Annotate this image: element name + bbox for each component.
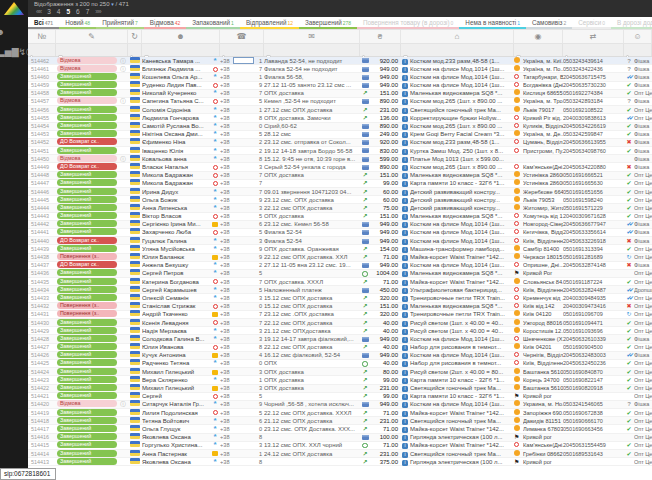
page-number-6[interactable]: 6 [76, 8, 80, 16]
tab-0[interactable]: Всі471 [28, 17, 59, 29]
tracking-cell: 0503242599847 [563, 130, 624, 138]
payment-icon-card [362, 230, 369, 235]
status-info-icon [118, 409, 128, 417]
price-cell: 151.00 [370, 302, 401, 310]
product-column-header[interactable]: ⌂ [401, 30, 514, 43]
phone-last-digit: 5 [255, 409, 264, 417]
page-number-4[interactable]: 4 [57, 8, 61, 16]
address-cell: Кременчук від ... [523, 294, 563, 302]
tab-8[interactable]: Нема в наявності1 [459, 17, 526, 29]
tracking-cell: 0501691598240 [563, 196, 624, 204]
courier-cell [514, 417, 523, 425]
payment-icon-cod: ↗ [362, 107, 367, 113]
comment-cell: Фиалка 52-54 [264, 228, 360, 236]
tracking-status-icon-ok: ✔ [626, 148, 631, 154]
integrations-icon[interactable]: ↯ [19, 47, 27, 57]
tracking-cell: 0501690822147 [563, 376, 624, 384]
client-column-header[interactable]: ☻ [142, 30, 220, 43]
tab-6[interactable]: Завершений278 [299, 17, 357, 29]
phone-masked-cell [233, 327, 255, 335]
order-id-column-header[interactable]: № [28, 30, 56, 43]
product-cell: Детский развивающий констру... [410, 204, 514, 212]
flag-cell [128, 261, 142, 269]
status-cell: Завершений [56, 196, 118, 204]
page-number-7[interactable]: 7 [86, 8, 90, 16]
comment-cell: 22.12 смс ОПХ доставка [264, 319, 360, 327]
tab-1[interactable]: Новий48 [59, 17, 96, 29]
fulfiller-cell: Опт Центр [634, 302, 652, 310]
tab-7[interactable]: Повернення товару (в дорозі)0 [357, 17, 459, 29]
product-icon-cell: i [401, 450, 410, 458]
client-name: Єфименко Ніна [142, 138, 210, 146]
phone-masked-cell [233, 302, 255, 310]
flag-icon-ua [130, 433, 140, 439]
first-page-button[interactable]: «« [36, 8, 41, 16]
tracking-cell: 20450632483003 [563, 351, 624, 359]
tab-2[interactable]: Прийнятий7 [96, 17, 144, 29]
product-info-icon: i [402, 239, 408, 245]
order-row[interactable]: 514413ЗавершенийЯковлева Оксана*+388↗375… [28, 458, 652, 466]
client-name: Сергей [142, 392, 210, 400]
page-size-dropdown-icon[interactable]: ▾ [111, 1, 114, 7]
tracking-number-column-header[interactable]: ⇄ [563, 30, 624, 43]
client-name: Ситарчук Наталія Гр... [142, 400, 210, 408]
courier-icon-ukrposhta [514, 287, 519, 292]
phone-prefix: +38 [220, 179, 233, 187]
courier-icon-pickup: ⚑ [514, 434, 519, 440]
status-badge: Завершений [57, 286, 117, 293]
courier-icon-novaposhta [514, 130, 520, 136]
tab-label: Відмова [150, 19, 174, 26]
flag-icon-ua [130, 228, 140, 234]
tab-10[interactable]: Сервіси0 [572, 17, 611, 29]
flag-icon-ua [130, 335, 140, 341]
status-badge: Завершений [57, 384, 117, 391]
product-cell: Гирлянда электрическая (100 л... [410, 458, 514, 466]
tracking-status-cell: ✔ [624, 319, 634, 327]
product-cell: Тренировочные петли TRX Train... [410, 294, 514, 302]
tracking-status-cell: ✔ [624, 245, 634, 253]
carrier-cell: * [210, 417, 220, 425]
delivery-address-column-header[interactable]: ◉ [514, 30, 563, 43]
phone-masked-cell [233, 368, 255, 376]
phone-edit-input[interactable] [233, 57, 254, 64]
status-column-header[interactable]: ✎ [56, 30, 128, 43]
fulfiller-cell: Опт Центр [634, 269, 652, 277]
payment-icon-cod: ↗ [362, 393, 367, 399]
tab-3[interactable]: Відмова42 [144, 17, 186, 29]
courier-cell [514, 89, 523, 97]
order-id-cell: 514453 [28, 130, 56, 138]
comment-column-header[interactable]: ✉ [264, 30, 360, 43]
product-icon-cell: i [401, 417, 410, 425]
order-id-cell: 514455 [28, 114, 56, 122]
courier-icon-novaposhta [514, 376, 520, 382]
carrier-icon-kyivstar: * [213, 57, 216, 65]
payment-icon-cod: ↗ [362, 311, 367, 317]
payment-column-header[interactable]: ₴ [360, 30, 401, 43]
tab-5[interactable]: Відправлений12 [240, 17, 299, 29]
tab-11[interactable]: В дорозі додому0 [611, 17, 652, 29]
status-badge: Завершений [57, 441, 117, 448]
source-column-header[interactable]: ↻ [128, 30, 142, 43]
phone-last-digit: 5 [255, 130, 264, 138]
payment-cell [360, 147, 370, 155]
tab-9[interactable]: Самовивіз2 [526, 17, 572, 29]
display-range[interactable]: Відображення з 200 по 250 ▾ / 471 [34, 1, 652, 8]
phone-column-header[interactable]: ☎ [220, 30, 264, 43]
clients-icon[interactable]: ☻ [0, 27, 5, 37]
product-cell: Майка-корсет Waist Trainer *142... [410, 409, 514, 417]
last-page-button[interactable]: »» [95, 8, 100, 16]
order-id-cell: 514451 [28, 147, 56, 155]
fulfiller-column-header[interactable]: ☺ [624, 30, 652, 43]
payment-icon-cod: ↗ [362, 213, 367, 219]
page-number-5[interactable]: 5 [66, 8, 70, 16]
tracking-status-cell: ✔ [624, 417, 634, 425]
payment-cell [360, 237, 370, 245]
page-number-3[interactable]: 3 [47, 8, 51, 16]
payment-cell: ↗ [360, 188, 370, 196]
app-logo-icon[interactable] [4, 2, 24, 15]
reports-icon[interactable]: ▂▅▇ [0, 47, 19, 57]
tab-4[interactable]: Запакований1 [186, 17, 240, 29]
phone-masked-cell [233, 171, 255, 179]
fulfiller-cell: Фішка [634, 122, 652, 130]
tracking-status-cell: ✖ [624, 237, 634, 245]
